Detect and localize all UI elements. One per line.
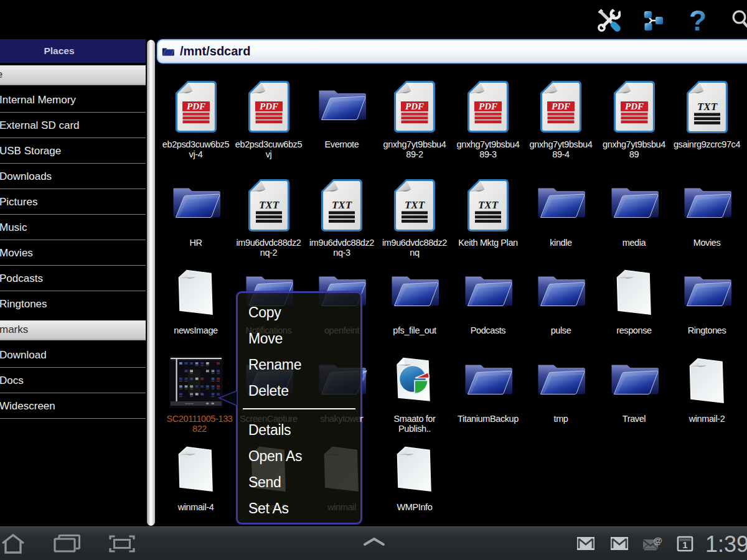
svg-text:PDF: PDF (625, 101, 644, 111)
svg-text:PDF: PDF (187, 101, 205, 111)
svg-text:PDF: PDF (405, 101, 424, 111)
svg-text:TXT: TXT (478, 199, 499, 211)
svg-text:PDF: PDF (479, 101, 497, 111)
svg-text:PDF: PDF (260, 101, 278, 111)
svg-text:@: @ (653, 536, 662, 546)
svg-text:TXT: TXT (258, 199, 279, 211)
svg-text:TXT: TXT (697, 101, 717, 113)
svg-text:PDF: PDF (552, 101, 570, 111)
svg-text:1: 1 (682, 539, 687, 550)
svg-text:TXT: TXT (332, 199, 352, 211)
svg-text:TXT: TXT (405, 199, 425, 211)
